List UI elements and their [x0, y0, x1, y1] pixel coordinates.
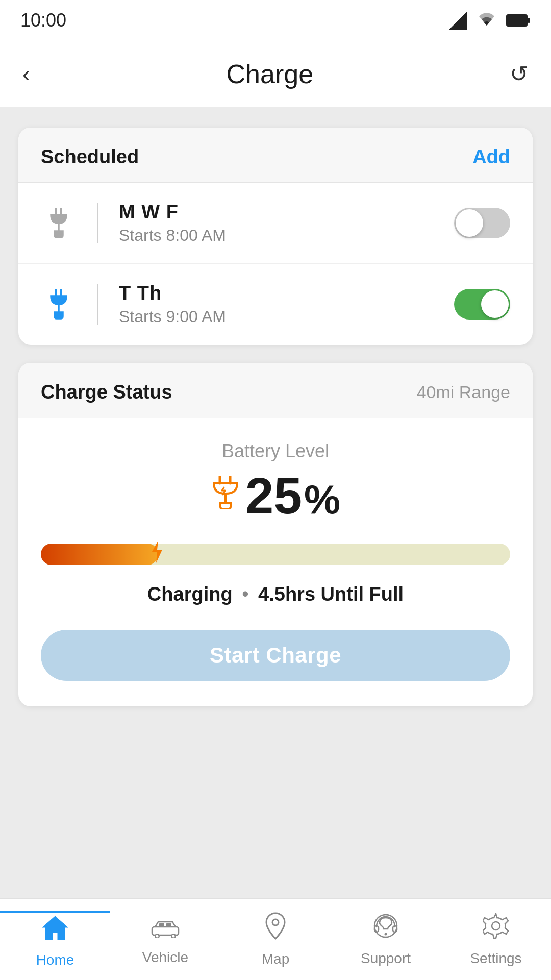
toggle-knob-mwf: [456, 209, 483, 237]
schedule-days-mwf: M W F: [119, 201, 438, 223]
battery-percent-sign: %: [304, 479, 340, 520]
header: ‹ Charge ↺: [0, 41, 551, 107]
charging-label: Charging: [147, 583, 233, 605]
status-bar: 10:00: [0, 0, 551, 41]
map-icon: [264, 912, 287, 946]
battery-progress-fill: [41, 544, 158, 565]
nav-item-support[interactable]: Support: [331, 913, 441, 967]
nav-label-support: Support: [361, 950, 411, 967]
charge-status-card: Charge Status 40mi Range Battery Level 2…: [18, 363, 533, 706]
svg-rect-13: [159, 923, 164, 927]
svg-marker-7: [42, 916, 68, 940]
schedule-item-mwf: M W F Starts 8:00 AM: [18, 183, 533, 264]
svg-rect-2: [528, 18, 530, 23]
divider: [97, 203, 98, 243]
scheduled-card: Scheduled Add M W F Starts 8:00 AM: [18, 128, 533, 345]
signal-icon: [449, 11, 467, 30]
scheduled-title: Scheduled: [41, 146, 139, 168]
nav-item-settings[interactable]: Settings: [441, 913, 551, 967]
svg-point-15: [272, 919, 279, 925]
status-icons: [449, 11, 531, 30]
wifi-icon: [477, 11, 497, 30]
until-full-label: 4.5hrs Until Full: [258, 583, 404, 605]
support-icon: [372, 913, 399, 945]
svg-point-17: [385, 933, 387, 936]
schedule-info-tth: T Th Starts 9:00 AM: [119, 282, 438, 326]
battery-percent-row: 25 %: [211, 470, 340, 521]
nav-label-vehicle: Vehicle: [142, 949, 188, 966]
add-schedule-button[interactable]: Add: [472, 146, 510, 168]
svg-marker-6: [152, 541, 162, 563]
battery-status-icon: [506, 13, 531, 28]
settings-icon: [483, 913, 509, 945]
svg-point-20: [492, 922, 500, 930]
plug-icon-tth: [41, 289, 77, 320]
refresh-button[interactable]: ↺: [510, 61, 529, 87]
charge-status-title: Charge Status: [41, 381, 172, 403]
battery-percent-value: 25: [245, 470, 302, 521]
status-dot: •: [242, 583, 248, 605]
svg-rect-14: [166, 923, 171, 927]
toggle-knob-tth: [481, 290, 509, 318]
schedule-toggle-mwf[interactable]: [454, 208, 510, 238]
nav-item-home[interactable]: Home: [0, 911, 110, 968]
back-button[interactable]: ‹: [22, 63, 30, 85]
charging-status-text: Charging • 4.5hrs Until Full: [147, 583, 404, 605]
plug-icon-mwf: [41, 208, 77, 238]
schedule-time-mwf: Starts 8:00 AM: [119, 226, 438, 245]
schedule-item-tth: T Th Starts 9:00 AM: [18, 264, 533, 345]
nav-item-map[interactable]: Map: [220, 912, 331, 967]
schedule-info-mwf: M W F Starts 8:00 AM: [119, 201, 438, 245]
main-content: Scheduled Add M W F Starts 8:00 AM: [0, 107, 551, 898]
schedule-toggle-tth[interactable]: [454, 289, 510, 320]
svg-point-12: [172, 935, 175, 938]
charge-status-header: Charge Status 40mi Range: [18, 363, 533, 418]
schedule-time-tth: Starts 9:00 AM: [119, 307, 438, 326]
charge-status-body: Battery Level 25 %: [18, 418, 533, 706]
nav-label-map: Map: [262, 951, 289, 967]
page-title: Charge: [227, 59, 314, 89]
battery-label: Battery Level: [222, 440, 329, 462]
scheduled-header: Scheduled Add: [18, 128, 533, 183]
battery-plug-icon: [211, 476, 240, 516]
nav-label-home: Home: [36, 952, 74, 968]
bottom-nav: Home Vehicle Map: [0, 898, 551, 980]
schedule-days-tth: T Th: [119, 282, 438, 304]
svg-rect-1: [506, 14, 528, 27]
battery-progress-bar: [41, 544, 510, 565]
nav-item-vehicle[interactable]: Vehicle: [110, 914, 220, 966]
svg-marker-0: [449, 11, 467, 30]
svg-point-11: [156, 935, 159, 938]
vehicle-icon: [150, 914, 181, 944]
status-time: 10:00: [20, 10, 66, 31]
home-icon: [41, 915, 69, 947]
start-charge-button[interactable]: Start Charge: [41, 630, 510, 681]
divider2: [97, 284, 98, 325]
range-label: 40mi Range: [417, 382, 510, 402]
lightning-icon: [147, 541, 167, 568]
nav-label-settings: Settings: [470, 950, 521, 967]
